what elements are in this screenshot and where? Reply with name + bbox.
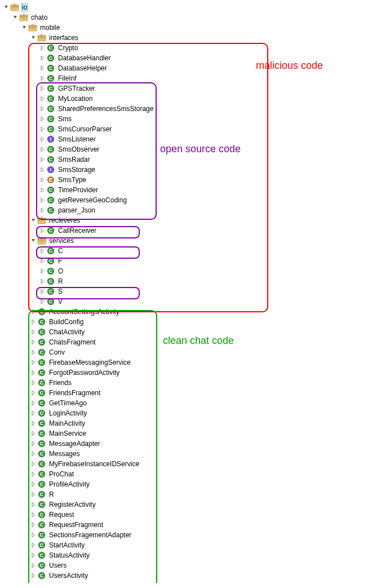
tree-node[interactable]: FriendsFragment [2, 388, 381, 398]
tree-node[interactable]: StatusActivity [2, 550, 381, 560]
tree-node[interactable]: SmsStorage [2, 165, 381, 175]
tree-node[interactable]: ChatActivity [2, 327, 381, 337]
tree-node[interactable]: Crypto [2, 43, 381, 53]
expand-closed-icon[interactable] [29, 479, 37, 489]
tree-node[interactable]: Sms [2, 114, 381, 124]
tree-node[interactable]: SectionsFragementAdapter [2, 530, 381, 540]
tree-node[interactable]: MyLocation [2, 94, 381, 104]
expand-closed-icon[interactable] [38, 205, 46, 215]
tree-node[interactable]: getReverseGeoCoding [2, 195, 381, 205]
expand-closed-icon[interactable] [38, 266, 46, 276]
tree-node[interactable]: V [2, 297, 381, 307]
tree-node[interactable]: R [2, 489, 381, 499]
expand-closed-icon[interactable] [38, 256, 46, 266]
expand-closed-icon[interactable] [38, 165, 46, 175]
expand-closed-icon[interactable] [38, 73, 46, 83]
expand-closed-icon[interactable] [29, 540, 37, 550]
tree-node[interactable]: RegisterActivity [2, 499, 381, 510]
expand-closed-icon[interactable] [29, 408, 37, 418]
tree-node[interactable]: UsersActivity [2, 571, 381, 581]
tree-node[interactable]: MainService [2, 428, 381, 439]
expand-closed-icon[interactable] [38, 297, 46, 307]
expand-closed-icon[interactable] [29, 489, 37, 499]
tree-node[interactable]: ChatsFragment [2, 337, 381, 347]
expand-closed-icon[interactable] [29, 428, 37, 439]
expand-closed-icon[interactable] [38, 43, 46, 53]
expand-closed-icon[interactable] [29, 530, 37, 540]
expand-closed-icon[interactable] [38, 226, 46, 236]
tree-node[interactable]: SmsType [2, 175, 381, 185]
expand-closed-icon[interactable] [29, 357, 37, 368]
tree-node[interactable]: FirebaseMessagingService [2, 357, 381, 368]
expand-closed-icon[interactable] [38, 104, 46, 114]
tree-node[interactable]: FileInf [2, 73, 381, 83]
expand-closed-icon[interactable] [38, 83, 46, 94]
tree-node[interactable]: parser_Json [2, 205, 381, 215]
expand-closed-icon[interactable] [29, 418, 37, 428]
tree-node[interactable]: MessageAdapter [2, 439, 381, 449]
tree-node[interactable]: GPSTracker [2, 83, 381, 94]
expand-closed-icon[interactable] [29, 499, 37, 510]
tree-node[interactable]: interfaces [2, 33, 381, 43]
tree-node[interactable]: MyFirebaseInstanceIDService [2, 459, 381, 469]
tree-node[interactable]: BuildConfig [2, 317, 381, 327]
expand-closed-icon[interactable] [29, 469, 37, 479]
expand-closed-icon[interactable] [38, 185, 46, 195]
tree-node[interactable]: Friends [2, 378, 381, 388]
tree-node[interactable]: S [2, 286, 381, 297]
expand-closed-icon[interactable] [29, 510, 37, 520]
tree-node[interactable]: Messages [2, 449, 381, 459]
tree-node[interactable]: DatabaseHandler [2, 53, 381, 63]
expand-open-icon[interactable] [2, 2, 10, 12]
expand-closed-icon[interactable] [29, 317, 37, 327]
tree-node[interactable]: R [2, 276, 381, 286]
tree-node[interactable]: SmsObserver [2, 144, 381, 154]
expand-open-icon[interactable] [20, 23, 28, 33]
expand-open-icon[interactable] [29, 33, 37, 43]
expand-closed-icon[interactable] [29, 388, 37, 398]
expand-closed-icon[interactable] [38, 175, 46, 185]
tree-node[interactable]: Conv [2, 347, 381, 357]
tree-node[interactable]: TimeProvider [2, 185, 381, 195]
expand-closed-icon[interactable] [38, 144, 46, 154]
tree-node[interactable]: C [2, 246, 381, 256]
tree-node[interactable]: MainActivity [2, 418, 381, 428]
expand-closed-icon[interactable] [38, 94, 46, 104]
expand-closed-icon[interactable] [38, 286, 46, 297]
tree-node[interactable]: AccountSettingsActivity [2, 307, 381, 317]
expand-closed-icon[interactable] [29, 459, 37, 469]
tree-node[interactable]: ForgotPasswordActivity [2, 368, 381, 378]
expand-closed-icon[interactable] [29, 398, 37, 408]
tree-node[interactable]: chato [2, 12, 381, 23]
expand-open-icon[interactable] [29, 215, 37, 226]
tree-node[interactable]: CallReceiver [2, 226, 381, 236]
tree-node[interactable]: F [2, 256, 381, 266]
tree-node[interactable]: SmsListener [2, 134, 381, 144]
expand-closed-icon[interactable] [38, 246, 46, 256]
expand-closed-icon[interactable] [29, 550, 37, 560]
tree-node[interactable]: GetTimeAgo [2, 398, 381, 408]
tree-node[interactable]: RequestFragment [2, 520, 381, 530]
expand-closed-icon[interactable] [29, 449, 37, 459]
expand-closed-icon[interactable] [38, 154, 46, 165]
expand-closed-icon[interactable] [29, 571, 37, 581]
tree-node[interactable]: DatabaseHelper [2, 63, 381, 73]
expand-open-icon[interactable] [11, 12, 19, 23]
tree-node[interactable]: recieveres [2, 215, 381, 226]
expand-closed-icon[interactable] [29, 520, 37, 530]
tree-node[interactable]: SharedPreferencesSmsStorage [2, 104, 381, 114]
tree-node[interactable]: O [2, 266, 381, 276]
tree-node[interactable]: services [2, 236, 381, 246]
expand-closed-icon[interactable] [38, 114, 46, 124]
expand-closed-icon[interactable] [38, 134, 46, 144]
expand-closed-icon[interactable] [29, 347, 37, 357]
expand-closed-icon[interactable] [38, 63, 46, 73]
expand-closed-icon[interactable] [29, 368, 37, 378]
tree-node[interactable]: SmsCursorParser [2, 124, 381, 134]
expand-closed-icon[interactable] [29, 439, 37, 449]
expand-closed-icon[interactable] [38, 124, 46, 134]
tree-node[interactable]: Users [2, 560, 381, 571]
expand-closed-icon[interactable] [29, 307, 37, 317]
tree-node[interactable]: mobile [2, 23, 381, 33]
tree-node[interactable]: StartActivity [2, 540, 381, 550]
